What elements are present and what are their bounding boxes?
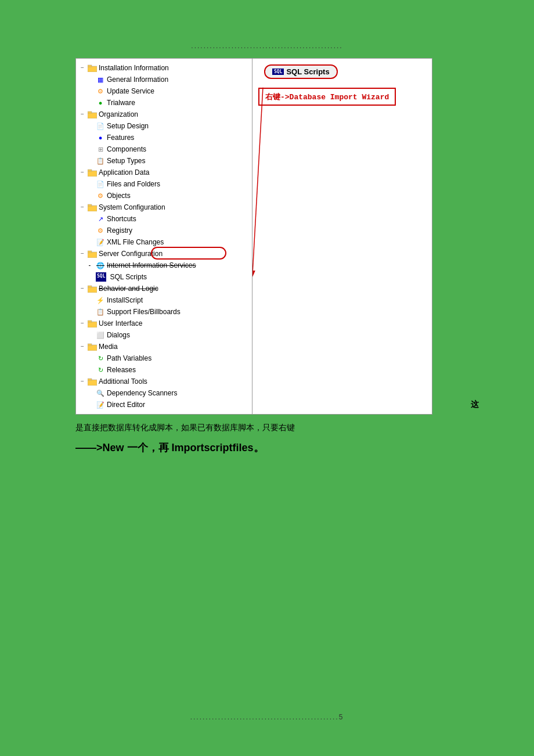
tree-item-files-folders[interactable]: 📄 Files and Folders	[76, 178, 252, 190]
spacer	[89, 307, 95, 317]
spacer	[89, 144, 95, 154]
tree-label: General Information	[107, 74, 168, 85]
component-icon: ⊞	[96, 145, 105, 154]
folder-icon	[88, 285, 97, 293]
svg-rect-11	[88, 286, 92, 287]
expand-icon: −	[81, 376, 86, 387]
tree-item-features[interactable]: ● Features	[76, 132, 252, 143]
svg-rect-13	[88, 321, 92, 322]
tree-label: Setup Types	[107, 156, 146, 166]
tree-item-organization[interactable]: − Organization	[76, 109, 252, 120]
tree-item-setup-design[interactable]: 📄 Setup Design	[76, 120, 252, 132]
spacer	[89, 156, 95, 166]
path-icon: ↻	[96, 354, 105, 363]
folder-icon	[88, 111, 97, 118]
spacer	[89, 330, 95, 340]
xml-icon: 📝	[96, 237, 105, 247]
tree-item-registry[interactable]: ⚙ Registry	[76, 225, 252, 236]
page-icon: 📄	[96, 121, 105, 131]
grid-icon: ▦	[96, 75, 105, 84]
tree-item-media[interactable]: − Media	[76, 341, 252, 352]
overflow-indicator: 这	[471, 399, 479, 410]
tree-item-objects[interactable]: ⚙ Objects	[76, 190, 252, 201]
tree-label: Shortcuts	[107, 214, 136, 224]
tree-item-application-data[interactable]: − Application Data	[76, 167, 252, 178]
tree-item-update-service[interactable]: ⚙ Update Service	[76, 85, 252, 97]
right-click-text: 右键->Database Import Wizard	[265, 93, 389, 102]
svg-rect-0	[88, 66, 97, 72]
spacer	[89, 214, 95, 224]
tree-item-path-variables[interactable]: ↻ Path Variables	[76, 352, 252, 364]
tree-item-sql-scripts[interactable]: SQL SQL Scripts	[76, 271, 252, 283]
tree-label: Direct Editor	[107, 399, 145, 410]
folder-icon	[88, 343, 97, 351]
tree-item-user-interface[interactable]: − User Interface	[76, 318, 252, 329]
tree-label: Organization	[99, 109, 138, 120]
tree-item-additional-tools[interactable]: − Additional Tools	[76, 376, 252, 387]
spacer	[89, 272, 95, 282]
circle-icon: ●	[96, 98, 105, 107]
tree-item-releases[interactable]: ↻ Releases	[76, 364, 252, 376]
spacer	[89, 365, 95, 375]
tree-label: Path Variables	[107, 353, 151, 363]
tree-item-trialware[interactable]: ● Trialware	[76, 97, 252, 109]
tree-label: Setup Design	[107, 121, 149, 131]
spacer	[89, 179, 95, 189]
right-click-box: 右键->Database Import Wizard	[258, 88, 396, 106]
svg-rect-3	[88, 111, 92, 113]
iis-icon: 🌐	[96, 261, 105, 270]
tree-item-direct-editor[interactable]: 📝 Direct Editor	[76, 399, 252, 411]
svg-rect-6	[88, 206, 97, 211]
dependency-icon: 🔍	[96, 388, 105, 398]
support-icon: 📋	[96, 307, 105, 316]
tree-item-support-files[interactable]: 📋 Support Files/Billboards	[76, 306, 252, 318]
annotation-arrow	[252, 59, 432, 414]
tree-item-installation-info[interactable]: − Installation Information	[76, 62, 252, 74]
tree-item-general-info[interactable]: ▦ General Information	[76, 74, 252, 85]
spacer	[89, 353, 95, 363]
tree-item-behavior-logic[interactable]: − Behavior and Logic	[76, 283, 252, 294]
svg-rect-10	[88, 287, 97, 293]
tree-label: System Configuration	[99, 202, 165, 213]
tree-item-dependency-scanners[interactable]: 🔍 Dependency Scanners	[76, 387, 252, 399]
tree-item-installscript[interactable]: ⚡ InstallScript	[76, 294, 252, 306]
tree-label: Objects	[107, 190, 131, 201]
tree-label: Dependency Scanners	[107, 388, 177, 398]
tree-item-server-config[interactable]: − Server Configuration	[76, 248, 252, 260]
tree-item-iis[interactable]: 🌐 Internet Information Services	[76, 260, 252, 271]
expand-icon: −	[81, 63, 86, 73]
svg-rect-7	[88, 204, 92, 206]
svg-rect-1	[88, 65, 92, 67]
tree-item-components[interactable]: ⊞ Components	[76, 143, 252, 155]
expand-icon: −	[81, 283, 86, 294]
installscript-icon: ⚡	[96, 296, 105, 305]
page-top-dots: ........................................…	[0, 0, 534, 50]
tree-item-system-config[interactable]: − System Configuration	[76, 201, 252, 213]
spacer	[89, 399, 95, 410]
tree-item-xml-file-changes[interactable]: 📝 XML File Changes	[76, 236, 252, 248]
tree-label: Internet Information Services	[107, 260, 196, 271]
tree-label: Trialware	[107, 98, 135, 108]
tree-item-setup-types[interactable]: 📋 Setup Types	[76, 155, 252, 167]
expand-icon: −	[81, 202, 86, 213]
svg-rect-12	[88, 322, 97, 327]
spacer	[89, 260, 95, 271]
tree-item-shortcuts[interactable]: ↗ Shortcuts	[76, 213, 252, 225]
bottom-text-line1: 是直接把数据库转化成脚本，如果已有数据库脚本，只要右键	[75, 420, 459, 435]
tree-label: Registry	[107, 225, 132, 236]
releases-icon: ↻	[96, 365, 105, 375]
folder-icon	[88, 64, 97, 72]
expand-icon: −	[81, 167, 86, 178]
ball-icon: ●	[96, 133, 105, 142]
spacer	[89, 132, 95, 143]
svg-line-18	[252, 88, 263, 274]
expand-icon: −	[81, 318, 86, 329]
tree-item-dialogs[interactable]: ⬜ Dialogs	[76, 329, 252, 341]
tree-label: Support Files/Billboards	[107, 307, 181, 317]
spacer	[89, 190, 95, 201]
svg-rect-17	[88, 379, 92, 380]
tree-label: Update Service	[107, 86, 154, 96]
folder-icon	[88, 378, 97, 386]
tree-panel: − Installation Information ▦ General Inf…	[75, 58, 252, 415]
svg-rect-5	[88, 170, 92, 171]
